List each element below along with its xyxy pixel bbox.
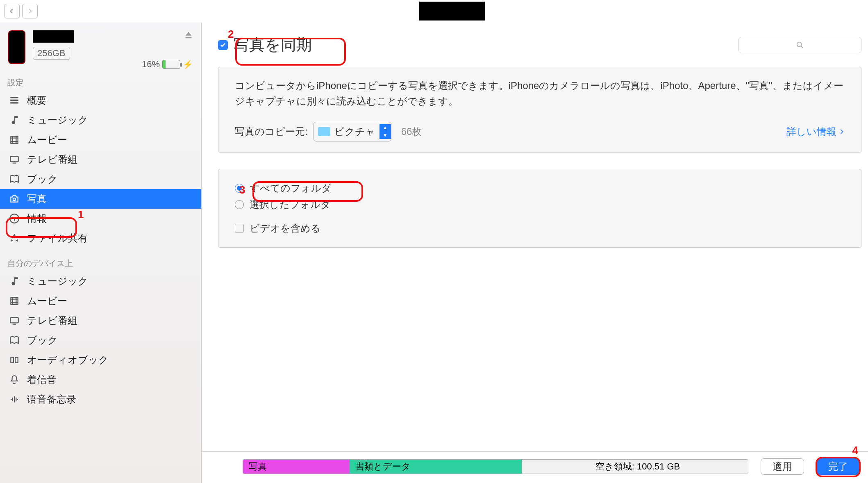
eject-button[interactable]: [184, 30, 193, 41]
toolbar: [0, 0, 868, 22]
music-icon: [8, 114, 20, 126]
sidebar-item-label: ミュージック: [27, 275, 88, 288]
sidebar-item-label: ブック: [27, 334, 58, 347]
storage-bar: 写真 書類とデータ 空き領域: 100.51 GB: [243, 459, 748, 474]
include-videos-checkbox[interactable]: [235, 224, 244, 233]
sync-photos-checkbox[interactable]: [218, 40, 228, 50]
sidebar-item-label: テレビ番組: [27, 153, 77, 166]
title-redacted: [419, 2, 485, 21]
sidebar-item-label: ブック: [27, 173, 58, 186]
storage-photos-seg: 写真: [243, 460, 350, 474]
sidebar-item-summary[interactable]: 概要: [0, 91, 201, 110]
sync-photos-title: 写真を同期: [234, 34, 312, 55]
device-name-redacted: [33, 30, 74, 43]
camera-icon: [8, 193, 20, 205]
sidebar: 256GB 16% ⚡ 設定 概要 ミュージック: [0, 22, 202, 483]
ondevice-voicememos[interactable]: 语音备忘录: [0, 390, 201, 409]
film-icon: [8, 134, 20, 146]
sidebar-item-label: オーディオブック: [27, 353, 109, 367]
done-button[interactable]: 完了: [816, 458, 860, 475]
sidebar-item-music[interactable]: ミュージック: [0, 110, 201, 130]
dropdown-arrows-icon: ▲▼: [379, 124, 391, 139]
radio-all-folders[interactable]: [235, 184, 244, 193]
copyfrom-dropdown[interactable]: ピクチャ ▲▼: [314, 122, 391, 141]
sidebar-item-label: ムービー: [27, 294, 67, 308]
apply-button[interactable]: 適用: [761, 458, 804, 475]
radio-selected-label: 選択したフォルダ: [250, 198, 331, 211]
info-icon: [8, 212, 20, 225]
ondevice-tones[interactable]: 着信音: [0, 370, 201, 390]
tv-icon: [8, 153, 20, 166]
tv-icon: [8, 314, 20, 327]
charging-icon: ⚡: [183, 59, 193, 69]
sidebar-item-label: ミュージック: [27, 114, 88, 127]
description-text: コンピュータからiPhoneにコピーする写真を選択できます。iPhoneのカメラ…: [235, 78, 845, 109]
ondevice-movies[interactable]: ムービー: [0, 291, 201, 311]
storage-docs-seg: 書類とデータ: [350, 460, 522, 474]
apps-icon: [8, 232, 20, 244]
svg-rect-3: [10, 317, 18, 323]
battery-icon: [162, 60, 180, 69]
folder-icon: [318, 127, 330, 136]
sidebar-item-info[interactable]: 情報: [0, 209, 201, 228]
book-icon: [8, 334, 20, 346]
sidebar-item-label: 写真: [27, 192, 47, 205]
bell-icon: [8, 374, 20, 386]
sidebar-item-filesharing[interactable]: ファイル共有: [0, 228, 201, 248]
sidebar-item-books[interactable]: ブック: [0, 169, 201, 189]
audiobook-icon: [8, 354, 20, 366]
device-header: 256GB 16% ⚡: [0, 22, 201, 75]
device-phone-icon: [8, 30, 25, 64]
copyfrom-value: ピクチャ: [334, 122, 379, 141]
more-info-link[interactable]: 詳しい情報: [786, 124, 845, 139]
sidebar-item-movies[interactable]: ムービー: [0, 130, 201, 150]
svg-rect-0: [10, 156, 18, 162]
ondevice-audiobooks[interactable]: オーディオブック: [0, 350, 201, 370]
sidebar-item-photos[interactable]: 写真: [0, 189, 201, 209]
sidebar-item-label: ムービー: [27, 133, 67, 146]
folder-options-panel: すべてのフォルダ 選択したフォルダ ビデオを含める: [218, 169, 861, 248]
film-icon: [8, 295, 20, 307]
svg-point-1: [13, 198, 16, 201]
photo-count: 66枚: [401, 124, 422, 139]
sidebar-item-label: 概要: [27, 94, 47, 107]
music-icon: [8, 275, 20, 287]
search-input[interactable]: [738, 37, 861, 53]
sidebar-item-label: ファイル共有: [27, 232, 88, 245]
sidebar-item-label: 着信音: [27, 373, 57, 386]
radio-all-label: すべてのフォルダ: [250, 182, 332, 195]
section-ondevice-label: 自分のデバイス上: [0, 255, 201, 271]
waveform-icon: [8, 393, 20, 406]
ondevice-music[interactable]: ミュージック: [0, 271, 201, 291]
storage-free-seg: 空き領域: 100.51 GB: [522, 460, 748, 474]
forward-button[interactable]: [22, 4, 38, 18]
book-icon: [8, 173, 20, 185]
back-button[interactable]: [4, 4, 20, 18]
device-storage: 256GB: [33, 47, 70, 60]
sidebar-item-label: 语音备忘录: [27, 393, 76, 406]
section-settings-label: 設定: [0, 75, 201, 91]
ondevice-tv[interactable]: テレビ番組: [0, 311, 201, 330]
copyfrom-label: 写真のコピー元:: [235, 124, 308, 139]
main-content: 写真を同期 コンピュータからiPhoneにコピーする写真を選択できます。iPho…: [202, 22, 868, 483]
sidebar-item-tv[interactable]: テレビ番組: [0, 150, 201, 169]
list-icon: [8, 94, 20, 107]
footer: 写真 書類とデータ 空き領域: 100.51 GB 適用 完了: [202, 451, 868, 483]
radio-selected-folders[interactable]: [235, 200, 244, 209]
include-videos-label: ビデオを含める: [250, 222, 321, 235]
sidebar-item-label: 情報: [27, 212, 47, 225]
sidebar-item-label: テレビ番組: [27, 314, 77, 327]
svg-point-4: [797, 42, 802, 46]
battery-percent: 16%: [142, 59, 160, 70]
ondevice-books[interactable]: ブック: [0, 330, 201, 350]
description-panel: コンピュータからiPhoneにコピーする写真を選択できます。iPhoneのカメラ…: [218, 67, 861, 153]
